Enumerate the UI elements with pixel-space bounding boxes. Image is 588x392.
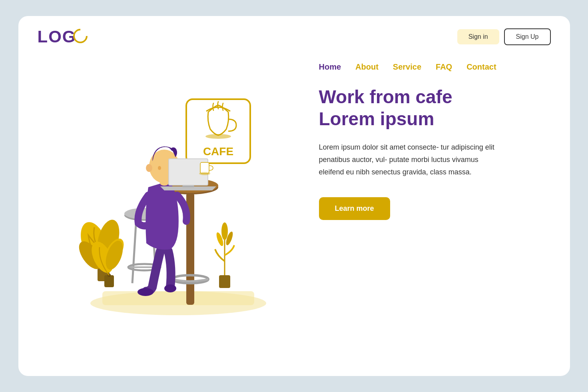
logo: LOG <box>38 27 88 46</box>
svg-rect-1 <box>102 291 254 305</box>
nav-item-service[interactable]: Service <box>393 62 421 72</box>
svg-point-18 <box>205 134 231 139</box>
nav-item-about[interactable]: About <box>355 62 379 72</box>
content-area: Home About Service FAQ Contact Work from… <box>319 54 551 360</box>
svg-rect-38 <box>182 186 194 187</box>
svg-rect-8 <box>104 275 114 287</box>
svg-point-14 <box>221 222 228 240</box>
main-nav: Home About Service FAQ Contact <box>319 62 551 72</box>
svg-text:CAFE: CAFE <box>203 145 233 158</box>
svg-rect-12 <box>219 275 230 288</box>
svg-point-35 <box>146 164 152 172</box>
main-content: CAFE <box>18 46 570 376</box>
page-wrapper: LOG Sign in Sign Up <box>18 16 570 376</box>
hero-title-line1: Work from cafe <box>319 86 452 107</box>
hero-title-line2: Lorem ipsum <box>319 108 435 129</box>
header-buttons: Sign in Sign Up <box>457 28 551 45</box>
illustration-area: CAFE <box>38 54 319 360</box>
header: LOG Sign in Sign Up <box>18 16 570 46</box>
signin-button[interactable]: Sign in <box>457 29 499 44</box>
learn-more-button[interactable]: Learn more <box>319 197 390 220</box>
hero-illustration: CAFE <box>62 67 294 347</box>
svg-line-26 <box>132 218 136 283</box>
signup-button[interactable]: Sign Up <box>504 28 551 45</box>
svg-point-40 <box>199 172 210 175</box>
nav-item-faq[interactable]: FAQ <box>436 62 452 72</box>
svg-rect-39 <box>200 162 209 174</box>
nav-item-contact[interactable]: Contact <box>466 62 496 72</box>
svg-point-30 <box>138 288 153 296</box>
logo-letter-l: L <box>38 27 49 46</box>
svg-point-31 <box>164 284 176 292</box>
hero-description: Lorem ipsum dolor sit amet consecte- tur… <box>319 141 503 178</box>
nav-item-home[interactable]: Home <box>319 62 341 72</box>
svg-point-34 <box>158 166 161 170</box>
logo-letter-o1: O <box>48 27 62 46</box>
hero-title: Work from cafe Lorem ipsum <box>319 86 551 130</box>
